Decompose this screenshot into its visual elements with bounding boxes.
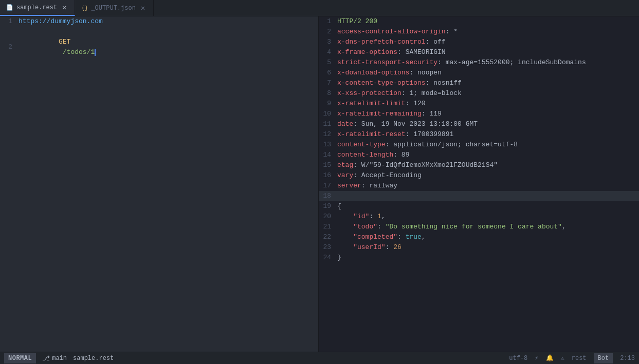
resp-line-11-content: date: Sun, 19 Nov 2023 13:18:00 GMT bbox=[337, 119, 639, 129]
resp-num-16: 16 bbox=[319, 170, 337, 181]
resp-num-19: 19 bbox=[319, 201, 337, 212]
resp-num-10: 10 bbox=[319, 109, 337, 119]
resp-line-1: 1 HTTP/2 200 bbox=[319, 16, 639, 27]
resp-num-5: 5 bbox=[319, 58, 337, 68]
lightning-icon: ⚡ bbox=[535, 354, 538, 362]
tab-rest-label: sample.rest bbox=[16, 4, 57, 11]
tab-rest-close[interactable]: ✕ bbox=[60, 4, 68, 11]
resp-line-1-content: HTTP/2 200 bbox=[337, 16, 639, 27]
resp-line-19: 19 { bbox=[319, 201, 639, 212]
resp-num-2: 2 bbox=[319, 27, 337, 37]
resp-line-16-content: vary: Accept-Encoding bbox=[337, 170, 639, 181]
status-encoding: utf-8 bbox=[509, 355, 527, 362]
resp-num-1: 1 bbox=[319, 16, 337, 27]
resp-num-22: 22 bbox=[319, 232, 337, 242]
tab-rest[interactable]: 📄 sample.rest ✕ bbox=[0, 0, 75, 16]
resp-line-6: 6 x-download-options: noopen bbox=[319, 68, 639, 78]
resp-num-9: 9 bbox=[319, 99, 337, 109]
response-code-area: 1 HTTP/2 200 2 access-control-allow-orig… bbox=[319, 16, 639, 352]
resp-num-17: 17 bbox=[319, 181, 337, 191]
resp-line-13-content: content-type: application/json; charset=… bbox=[337, 140, 639, 150]
response-panel: 1 HTTP/2 200 2 access-control-allow-orig… bbox=[319, 16, 639, 352]
status-bot-badge: Bot bbox=[594, 353, 613, 363]
resp-line-21: 21 "todo": "Do something nice for someon… bbox=[319, 222, 639, 232]
resp-num-11: 11 bbox=[319, 119, 337, 129]
resp-line-17: 17 server: railway bbox=[319, 181, 639, 191]
branch-name: main bbox=[52, 355, 67, 362]
resp-num-24: 24 bbox=[319, 253, 337, 263]
editor-line-2: 2 GET /todos/1 bbox=[0, 27, 318, 68]
resp-line-5-content: strict-transport-security: max-age=15552… bbox=[337, 58, 639, 68]
resp-line-9-content: x-ratelimit-limit: 120 bbox=[337, 99, 639, 109]
resp-line-5: 5 strict-transport-security: max-age=155… bbox=[319, 58, 639, 68]
resp-line-7: 7 x-content-type-options: nosniff bbox=[319, 78, 639, 88]
resp-line-14: 14 content-length: 89 bbox=[319, 150, 639, 160]
resp-num-23: 23 bbox=[319, 242, 337, 253]
resp-line-20-content: "id": 1, bbox=[337, 212, 639, 222]
resp-line-9: 9 x-ratelimit-limit: 120 bbox=[319, 99, 639, 109]
resp-line-2: 2 access-control-allow-origin: * bbox=[319, 27, 639, 37]
resp-num-14: 14 bbox=[319, 150, 337, 160]
resp-num-15: 15 bbox=[319, 160, 337, 170]
resp-line-18-content bbox=[337, 191, 639, 201]
tab-json[interactable]: {} _OUTPUT.json ✕ bbox=[75, 0, 154, 16]
resp-line-22: 22 "completed": true, bbox=[319, 232, 639, 242]
cursor bbox=[95, 49, 96, 56]
resp-num-12: 12 bbox=[319, 129, 337, 140]
status-branch: ⎇ main bbox=[42, 354, 67, 362]
resp-line-23: 23 "userId": 26 bbox=[319, 242, 639, 253]
resp-line-14-content: content-length: 89 bbox=[337, 150, 639, 160]
resp-line-19-content: { bbox=[337, 201, 639, 212]
resp-line-23-content: "userId": 26 bbox=[337, 242, 639, 253]
editor-panel[interactable]: 1 https://dummyjson.com 2 GET /todos/1 bbox=[0, 16, 319, 352]
resp-num-7: 7 bbox=[319, 78, 337, 88]
resp-line-15-content: etag: W/"59-IdQfdIemoXMxXmo2lFZOUdB21S4" bbox=[337, 160, 639, 170]
json-file-icon: {} bbox=[81, 5, 88, 11]
resp-line-6-content: x-download-options: noopen bbox=[337, 68, 639, 78]
status-right: utf-8 ⚡ 🔔 ⚠ rest Bot 2:13 bbox=[509, 353, 635, 363]
method-token: GET bbox=[59, 38, 70, 46]
status-position: 2:13 bbox=[620, 355, 635, 362]
resp-line-18: 18 bbox=[319, 191, 639, 201]
resp-line-7-content: x-content-type-options: nosniff bbox=[337, 78, 639, 88]
resp-line-12: 12 x-ratelimit-reset: 1700399891 bbox=[319, 129, 639, 140]
tab-json-close[interactable]: ✕ bbox=[139, 5, 147, 12]
resp-num-3: 3 bbox=[319, 37, 337, 47]
resp-line-10: 10 x-ratelimit-remaining: 119 bbox=[319, 109, 639, 119]
resp-line-13: 13 content-type: application/json; chars… bbox=[319, 140, 639, 150]
resp-line-16: 16 vary: Accept-Encoding bbox=[319, 170, 639, 181]
resp-num-13: 13 bbox=[319, 140, 337, 150]
resp-line-22-content: "completed": true, bbox=[337, 232, 639, 242]
tab-json-label: _OUTPUT.json bbox=[91, 5, 135, 12]
resp-num-20: 20 bbox=[319, 212, 337, 222]
line-num-1: 1 bbox=[0, 16, 19, 27]
editor-code-area: 1 https://dummyjson.com 2 GET /todos/1 bbox=[0, 16, 318, 352]
resp-num-8: 8 bbox=[319, 88, 337, 99]
resp-line-8: 8 x-xss-protection: 1; mode=block bbox=[319, 88, 639, 99]
resp-num-18: 18 bbox=[319, 191, 337, 201]
resp-num-21: 21 bbox=[319, 222, 337, 232]
resp-line-24-content: } bbox=[337, 253, 639, 263]
editor-line-1: 1 https://dummyjson.com bbox=[0, 16, 318, 27]
bell-icon: 🔔 bbox=[546, 354, 554, 362]
filetype-label: rest bbox=[572, 355, 587, 362]
resp-line-4: 4 x-frame-options: SAMEORIGIN bbox=[319, 47, 639, 58]
resp-line-20: 20 "id": 1, bbox=[319, 212, 639, 222]
status-mode: NORMAL bbox=[4, 353, 36, 363]
resp-line-2-content: access-control-allow-origin: * bbox=[337, 27, 639, 37]
editor-line-2-content: GET /todos/1 bbox=[19, 27, 318, 68]
resp-line-4-content: x-frame-options: SAMEORIGIN bbox=[337, 47, 639, 58]
resp-line-10-content: x-ratelimit-remaining: 119 bbox=[337, 109, 639, 119]
resp-line-15: 15 etag: W/"59-IdQfdIemoXMxXmo2lFZOUdB21… bbox=[319, 160, 639, 170]
warning-icon: ⚠ bbox=[561, 354, 564, 362]
status-filename: sample.rest bbox=[73, 355, 114, 362]
path-token: /todos/1 bbox=[59, 48, 95, 56]
resp-line-3: 3 x-dns-prefetch-control: off bbox=[319, 37, 639, 47]
line-num-2: 2 bbox=[0, 42, 19, 52]
resp-line-3-content: x-dns-prefetch-control: off bbox=[337, 37, 639, 47]
status-bar: NORMAL ⎇ main sample.rest utf-8 ⚡ 🔔 ⚠ re… bbox=[0, 352, 639, 364]
main-content: 1 https://dummyjson.com 2 GET /todos/1 1… bbox=[0, 16, 639, 352]
tab-bar: 📄 sample.rest ✕ {} _OUTPUT.json ✕ bbox=[0, 0, 639, 16]
resp-num-6: 6 bbox=[319, 68, 337, 78]
resp-line-21-content: "todo": "Do something nice for someone I… bbox=[337, 222, 639, 232]
